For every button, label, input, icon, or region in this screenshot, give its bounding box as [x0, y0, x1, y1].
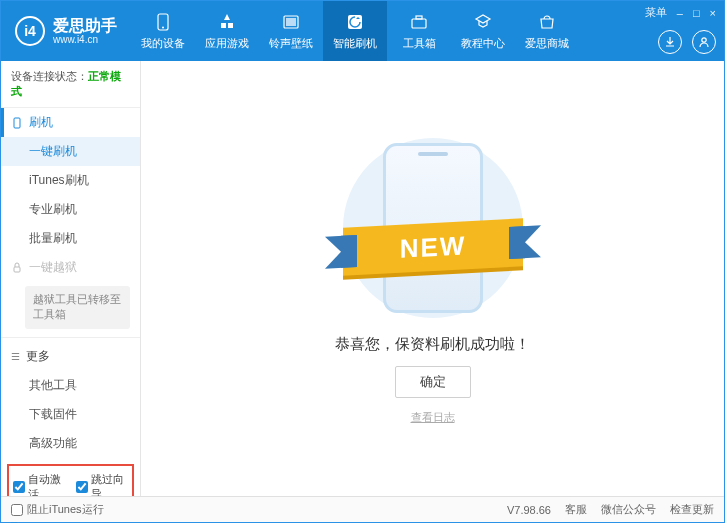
phone-icon [153, 12, 173, 32]
connection-status: 设备连接状态：正常模式 [1, 61, 140, 108]
list-icon: ☰ [11, 351, 20, 362]
svg-rect-5 [412, 19, 426, 28]
brand-logo-icon: i4 [15, 16, 45, 46]
nav-label: 应用游戏 [205, 36, 249, 51]
success-message: 恭喜您，保资料刷机成功啦！ [335, 335, 530, 354]
nav-store[interactable]: 爱思商城 [515, 1, 579, 61]
brand: i4 爱思助手 www.i4.cn [1, 1, 131, 61]
svg-point-1 [162, 26, 164, 28]
phone-small-icon [11, 117, 23, 129]
top-nav: 我的设备 应用游戏 铃声壁纸 智能刷机 工具箱 教程中心 [131, 1, 637, 61]
svg-rect-3 [286, 18, 296, 26]
window-controls: 菜单 – □ × [637, 1, 724, 61]
nav-flash[interactable]: 智能刷机 [323, 1, 387, 61]
sidebar-item-itunes-flash[interactable]: iTunes刷机 [1, 166, 140, 195]
ok-button[interactable]: 确定 [395, 366, 471, 398]
nav-label: 教程中心 [461, 36, 505, 51]
brand-url: www.i4.cn [53, 34, 117, 45]
success-illustration: NEW [323, 133, 543, 323]
tutorial-icon [473, 12, 493, 32]
view-log-link[interactable]: 查看日志 [411, 410, 455, 425]
user-button[interactable] [692, 30, 716, 54]
new-badge-icon: NEW [343, 218, 523, 275]
svg-rect-9 [14, 267, 20, 272]
sidebar-head-flash[interactable]: 刷机 [1, 108, 140, 137]
wallpaper-icon [281, 12, 301, 32]
status-bar: 阻止iTunes运行 V7.98.66 客服 微信公众号 检查更新 [1, 496, 724, 522]
nav-tutorial[interactable]: 教程中心 [451, 1, 515, 61]
sidebar-item-batch-flash[interactable]: 批量刷机 [1, 224, 140, 253]
sidebar-item-download-fw[interactable]: 下载固件 [1, 400, 140, 429]
sidebar: 设备连接状态：正常模式 刷机 一键刷机 iTunes刷机 专业刷机 批量刷机 一… [1, 61, 141, 496]
nav-apps[interactable]: 应用游戏 [195, 1, 259, 61]
nav-toolbox[interactable]: 工具箱 [387, 1, 451, 61]
brand-title: 爱思助手 [53, 17, 117, 35]
nav-label: 工具箱 [403, 36, 436, 51]
checkbox-block-itunes[interactable]: 阻止iTunes运行 [11, 502, 104, 517]
main-content: NEW 恭喜您，保资料刷机成功啦！ 确定 查看日志 [141, 61, 724, 496]
nav-device[interactable]: 我的设备 [131, 1, 195, 61]
nav-ringtone[interactable]: 铃声壁纸 [259, 1, 323, 61]
toolbox-icon [409, 12, 429, 32]
maximize-button[interactable]: □ [693, 7, 700, 19]
svg-point-7 [702, 38, 706, 42]
sidebar-item-other-tools[interactable]: 其他工具 [1, 371, 140, 400]
apps-icon [217, 12, 237, 32]
nav-label: 智能刷机 [333, 36, 377, 51]
lock-icon [11, 262, 23, 274]
svg-rect-8 [14, 118, 20, 128]
nav-label: 铃声壁纸 [269, 36, 313, 51]
close-button[interactable]: × [710, 7, 716, 19]
minimize-button[interactable]: – [677, 7, 683, 19]
nav-label: 爱思商城 [525, 36, 569, 51]
nav-label: 我的设备 [141, 36, 185, 51]
sidebar-item-pro-flash[interactable]: 专业刷机 [1, 195, 140, 224]
sidebar-item-oneclick-flash[interactable]: 一键刷机 [1, 137, 140, 166]
sidebar-head-more[interactable]: ☰ 更多 [1, 342, 140, 371]
sidebar-item-advanced[interactable]: 高级功能 [1, 429, 140, 458]
wechat-link[interactable]: 微信公众号 [601, 502, 656, 517]
support-link[interactable]: 客服 [565, 502, 587, 517]
sidebar-head-jailbreak: 一键越狱 [1, 253, 140, 282]
svg-rect-6 [416, 16, 422, 19]
flash-icon [345, 12, 365, 32]
version-label: V7.98.66 [507, 504, 551, 516]
store-icon [537, 12, 557, 32]
check-update-link[interactable]: 检查更新 [670, 502, 714, 517]
jailbreak-note: 越狱工具已转移至工具箱 [25, 286, 130, 329]
download-button[interactable] [658, 30, 682, 54]
menu-button[interactable]: 菜单 [645, 5, 667, 20]
title-bar: i4 爱思助手 www.i4.cn 我的设备 应用游戏 铃声壁纸 智能刷机 [1, 1, 724, 61]
